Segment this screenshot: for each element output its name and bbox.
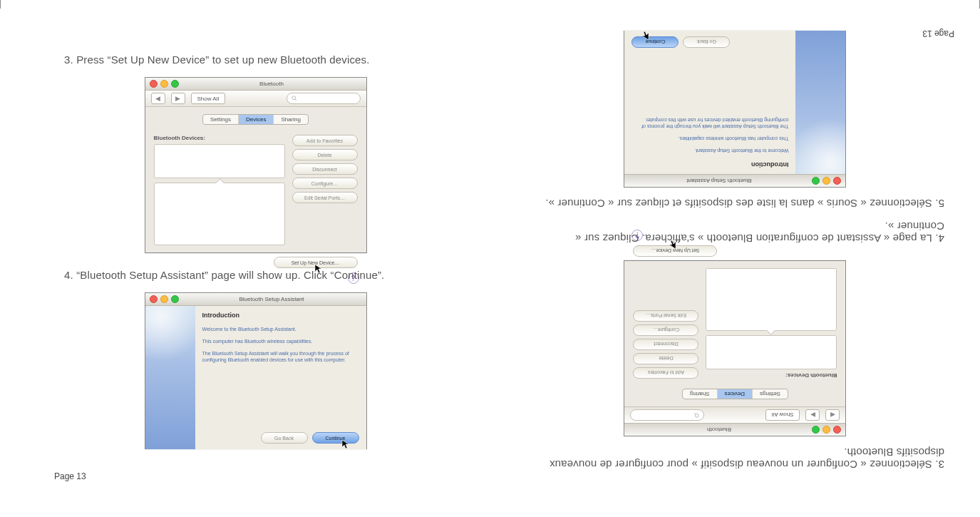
window-title: Bluetooth Setup Assistant (182, 296, 362, 302)
zoom-icon[interactable] (171, 80, 179, 88)
setup-new-device-button[interactable]: Set Up New Device… (634, 245, 718, 257)
minimize-icon[interactable] (160, 295, 168, 303)
window-titlebar: Bluetooth (145, 78, 366, 91)
tab-sharing[interactable]: Sharing (683, 389, 717, 399)
tabs-segmented[interactable]: SettingsDevicesSharing (682, 389, 788, 399)
tab-devices[interactable]: Devices (717, 389, 752, 399)
go-back-button[interactable]: Go Back (684, 36, 731, 48)
fr-step-4-text: 4. La page « Assistant de configuration … (526, 220, 944, 245)
delete-button[interactable]: Delete (292, 149, 358, 160)
search-input[interactable] (631, 409, 705, 421)
minimize-icon[interactable] (823, 426, 831, 434)
search-input[interactable] (287, 93, 361, 104)
assistant-heading: Introduction (632, 161, 789, 168)
screenshot-bluetooth-prefs: Bluetooth ◀▶Show All SettingsDevicesShar… (624, 260, 847, 436)
assistant-intro-3: The Bluetooth Setup Assistant will walk … (202, 350, 359, 363)
disconnect-button[interactable]: Disconnect (292, 163, 358, 175)
step-4-text: 4. “Bluetooth Setup Assistant” page will… (64, 269, 447, 281)
edit-serial-ports-button[interactable]: Edit Serial Ports… (292, 192, 358, 203)
add-favorites-button[interactable]: Add to Favorites (634, 367, 699, 379)
tab-sharing[interactable]: Sharing (274, 115, 308, 124)
configure-button[interactable]: Configure… (292, 178, 358, 189)
scanned-manual-spread: 3. Press “Set Up New Device” to set up n… (0, 0, 980, 517)
back-button[interactable]: ◀ (826, 409, 840, 421)
window-title: Bluetooth (182, 81, 362, 87)
assistant-sidebar-graphic (796, 31, 846, 174)
zoom-icon[interactable] (813, 177, 820, 185)
tabs-segmented[interactable]: Settings Devices Sharing (202, 114, 309, 125)
edit-serial-ports-button[interactable]: Edit Serial Ports… (634, 310, 699, 322)
cursor-icon (641, 30, 650, 41)
close-icon[interactable] (150, 80, 158, 88)
page-number: Page 13 (54, 471, 86, 481)
tab-settings[interactable]: Settings (752, 389, 788, 399)
minimize-icon[interactable] (823, 177, 831, 185)
tab-settings[interactable]: Settings (203, 115, 239, 124)
forward-button[interactable]: ▶ (806, 409, 820, 421)
show-all-button[interactable]: Show All (191, 93, 226, 104)
svg-line-3 (694, 413, 696, 414)
assistant-sidebar-graphic (145, 306, 195, 449)
show-all-button[interactable]: Show All (765, 409, 800, 421)
close-icon[interactable] (834, 177, 842, 185)
page-english: 3. Press “Set Up New Device” to set up n… (0, 0, 490, 517)
screenshot-bluetooth-prefs: Bluetooth ◀ ▶ Show All Settings Devices … (145, 77, 367, 253)
device-list[interactable] (706, 335, 837, 369)
device-detail-list[interactable] (706, 268, 837, 331)
forward-button[interactable]: ▶ (171, 93, 185, 104)
zoom-icon[interactable] (171, 295, 179, 303)
minimize-icon[interactable] (160, 80, 168, 88)
screenshot-setup-assistant: Bluetooth Setup Assistant IntroductionWe… (624, 31, 847, 188)
disconnect-button[interactable]: Disconnect (634, 339, 699, 350)
configure-button[interactable]: Configure… (634, 324, 699, 336)
setup-new-device-button[interactable]: Set Up New Device… (274, 257, 358, 268)
window-title: Bluetooth Setup Assistant (629, 178, 810, 184)
cursor-icon (669, 239, 677, 250)
close-icon[interactable] (834, 426, 842, 434)
search-icon (292, 96, 297, 101)
assistant-intro-1: Welcome to the Bluetooth Setup Assistant… (202, 326, 359, 332)
continue-button[interactable]: Continue (632, 36, 679, 48)
svg-line-1 (294, 99, 296, 101)
tab-devices[interactable]: Devices (239, 115, 274, 124)
devices-label: Bluetooth Devices: (154, 135, 285, 141)
delete-button[interactable]: Delete (634, 353, 699, 364)
assistant-intro-1: Welcome to the Bluetooth Setup Assistant… (632, 148, 789, 154)
page-number: Page 13 (922, 29, 954, 39)
zoom-icon[interactable] (813, 426, 820, 434)
fr-step-5-text: 5. Sélectionnez « Souris » dans la liste… (526, 198, 944, 210)
cursor-icon (341, 439, 350, 450)
device-list[interactable] (154, 144, 285, 178)
continue-button[interactable]: Continue (312, 432, 359, 444)
close-icon[interactable] (150, 295, 158, 303)
back-button[interactable]: ◀ (151, 93, 165, 104)
assistant-intro-3: The Bluetooth Setup Assistant will walk … (632, 117, 789, 130)
devices-label: Bluetooth Devices: (706, 372, 837, 379)
window-titlebar: Bluetooth Setup Assistant (145, 293, 366, 306)
prefs-toolbar: ◀ ▶ Show All (145, 91, 366, 107)
step-3-text: 3. Press “Set Up New Device” to set up n… (64, 53, 447, 66)
search-icon (694, 412, 700, 418)
add-favorites-button[interactable]: Add to Favorites (292, 135, 358, 146)
page-french-inverted: 3. Sélectionnez « Configurer un nouveau … (490, 0, 980, 517)
assistant-intro-2: This computer has Bluetooth wireless cap… (202, 338, 359, 344)
fr-step-3-text: 3. Sélectionnez « Configurer un nouveau … (526, 446, 944, 471)
window-title: Bluetooth (629, 426, 810, 433)
assistant-heading: Introduction (202, 312, 359, 319)
assistant-intro-2: This computer has Bluetooth wireless cap… (632, 135, 789, 142)
screenshot-setup-assistant: Bluetooth Setup Assistant Introduction W… (145, 292, 367, 449)
cursor-icon (314, 264, 323, 275)
device-detail-list[interactable] (154, 183, 285, 245)
go-back-button[interactable]: Go Back (261, 432, 308, 444)
